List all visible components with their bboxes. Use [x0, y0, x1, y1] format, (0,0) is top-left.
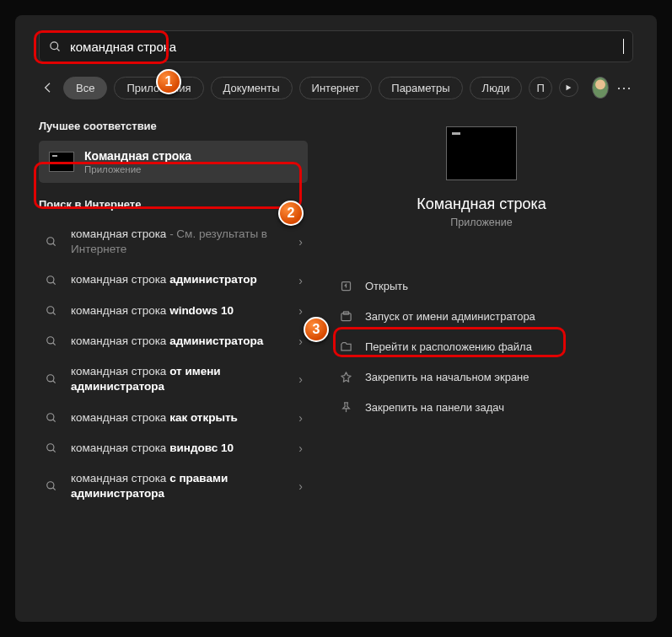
best-match-label: Лучшее соответствие: [39, 120, 308, 132]
tab-apps[interactable]: Приложения: [114, 77, 203, 99]
search-icon: [44, 479, 59, 494]
search-icon: [44, 410, 59, 426]
search-icon: [44, 303, 59, 318]
open-icon: [338, 278, 353, 293]
action-run-as-admin[interactable]: Запуск от имени администратора: [330, 301, 633, 331]
search-box[interactable]: командная строка: [39, 30, 633, 62]
svg-line-1: [56, 48, 59, 51]
web-results-list: командная строка - См. результаты в Инте…: [39, 219, 308, 509]
svg-point-7: [47, 307, 54, 313]
web-result-text: командная строка - См. результаты в Инте…: [71, 227, 287, 257]
svg-point-17: [47, 482, 54, 489]
admin-icon: [338, 308, 353, 324]
tab-web[interactable]: Интернет: [299, 77, 373, 99]
search-icon: [44, 334, 59, 349]
chevron-right-icon: ›: [298, 304, 303, 318]
svg-point-15: [47, 444, 54, 451]
pin-icon: [338, 399, 353, 415]
back-button[interactable]: [39, 76, 56, 99]
action-label: Запуск от имени администратора: [365, 310, 535, 323]
search-bar-container: командная строка: [15, 15, 657, 67]
web-result-item[interactable]: командная строка администратора›: [39, 326, 308, 356]
user-avatar[interactable]: [592, 77, 609, 99]
main-content: Лучшее соответствие Командная строка При…: [15, 111, 657, 608]
best-match-title: Командная строка: [84, 149, 191, 163]
web-result-item[interactable]: командная строка виндовс 10›: [39, 433, 308, 463]
svg-line-14: [53, 419, 56, 421]
svg-line-4: [53, 244, 56, 246]
web-result-item[interactable]: командная строка как открыть›: [39, 403, 308, 433]
cmd-icon: [49, 152, 74, 172]
action-label: Закрепить на панели задач: [365, 401, 504, 414]
svg-marker-2: [567, 85, 572, 91]
text-cursor: [623, 39, 624, 54]
preview-title: Командная строка: [330, 195, 633, 213]
search-icon: [48, 40, 62, 53]
chevron-right-icon: ›: [298, 442, 303, 455]
svg-point-11: [47, 375, 54, 382]
search-icon: [44, 372, 59, 387]
svg-line-10: [53, 343, 56, 345]
pin-icon: [338, 369, 353, 384]
filter-tabs-row: Все Приложения Документы Интернет Параме…: [15, 67, 657, 111]
svg-point-0: [50, 41, 57, 49]
tab-settings[interactable]: Параметры: [379, 77, 462, 99]
preview-subtitle: Приложение: [330, 217, 633, 228]
web-result-item[interactable]: командная строка от имени администратора…: [39, 356, 308, 402]
svg-point-5: [47, 276, 54, 282]
svg-line-12: [53, 381, 56, 383]
action-pin-taskbar[interactable]: Закрепить на панели задач: [330, 392, 633, 422]
web-result-text: командная строка windows 10: [71, 303, 287, 318]
tab-people[interactable]: Люди: [470, 77, 523, 99]
web-result-text: командная строка виндовс 10: [71, 441, 287, 456]
web-result-item[interactable]: командная строка - См. результаты в Инте…: [39, 219, 308, 265]
tab-all[interactable]: Все: [63, 77, 107, 99]
action-open[interactable]: Открыть: [330, 270, 633, 301]
svg-point-9: [47, 337, 54, 344]
svg-line-16: [53, 450, 56, 452]
action-open-location[interactable]: Перейти к расположению файла: [330, 331, 633, 361]
preview-pane: Командная строка Приложение Открыть Запу…: [314, 111, 657, 608]
best-match-result[interactable]: Командная строка Приложение: [39, 141, 308, 183]
svg-point-13: [47, 413, 54, 420]
search-icon: [44, 273, 59, 288]
preview-app-icon: [446, 126, 517, 180]
action-label: Перейти к расположению файла: [365, 340, 532, 353]
start-search-window: командная строка Все Приложения Документ…: [15, 15, 657, 622]
chevron-right-icon: ›: [298, 235, 303, 249]
web-result-item[interactable]: командная строка с правами администратор…: [39, 463, 308, 509]
web-result-text: командная строка с правами администратор…: [71, 471, 287, 501]
svg-line-8: [53, 313, 56, 315]
web-search-label: Поиск в Интернете: [39, 198, 308, 211]
svg-line-18: [53, 488, 56, 490]
results-pane: Лучшее соответствие Командная строка При…: [15, 111, 314, 608]
overflow-menu-button[interactable]: ⋯: [616, 76, 633, 99]
web-result-item[interactable]: командная строка windows 10›: [39, 296, 308, 326]
tab-more-clipped[interactable]: П: [529, 77, 551, 99]
chevron-right-icon: ›: [298, 274, 303, 287]
tab-documents[interactable]: Документы: [211, 77, 293, 99]
search-input[interactable]: командная строка: [70, 40, 623, 54]
action-label: Открыть: [365, 280, 408, 292]
web-result-text: командная строка администратор: [71, 272, 287, 287]
svg-point-3: [47, 238, 54, 244]
web-result-item[interactable]: командная строка администратор›: [39, 265, 308, 295]
chevron-right-icon: ›: [298, 372, 303, 386]
svg-line-6: [53, 281, 56, 284]
web-result-text: командная строка как открыть: [71, 410, 287, 426]
search-icon: [44, 234, 59, 249]
action-label: Закрепить на начальном экране: [365, 371, 530, 383]
folder-icon: [338, 339, 353, 354]
chevron-right-icon: ›: [298, 479, 303, 493]
chevron-right-icon: ›: [298, 411, 303, 425]
tab-media-play[interactable]: [559, 78, 578, 97]
web-result-text: командная строка администратора: [71, 334, 287, 349]
search-icon: [44, 441, 59, 456]
web-result-text: командная строка от имени администратора: [71, 364, 287, 394]
action-pin-start[interactable]: Закрепить на начальном экране: [330, 361, 633, 392]
best-match-subtitle: Приложение: [84, 164, 191, 174]
chevron-right-icon: ›: [298, 335, 303, 348]
